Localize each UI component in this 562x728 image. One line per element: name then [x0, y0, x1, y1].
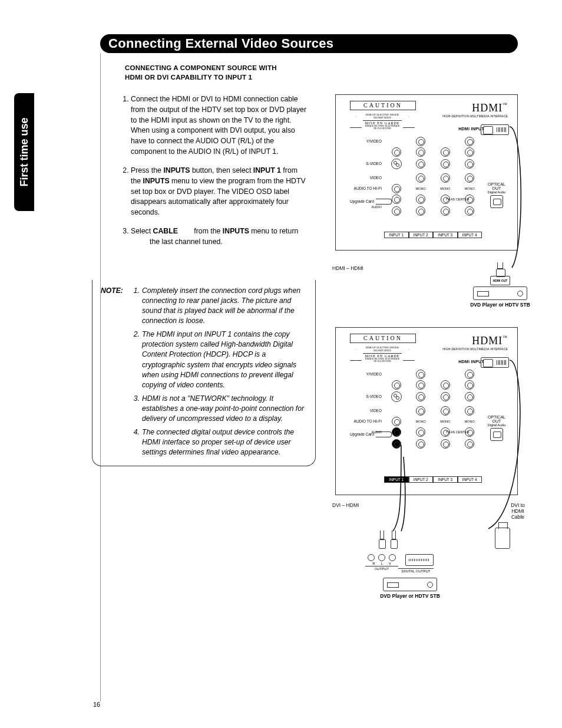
jack-icon: [392, 206, 401, 216]
jack-icon: [416, 137, 425, 146]
section-tab-label: First time use: [18, 117, 31, 186]
jack-icon: [416, 427, 425, 437]
step-text: Select: [131, 227, 153, 235]
input-column-labels: INPUT 1 INPUT 2 INPUT 3 INPUT 4: [384, 476, 482, 483]
mono-label: MONO: [409, 187, 434, 190]
step-text: from the: [192, 227, 223, 235]
exclaim-triangle-icon: [403, 116, 415, 128]
row-label: S-VIDEO: [366, 394, 384, 398]
jack-icon: [416, 406, 425, 416]
row-label: Y/VIDEO: [366, 139, 384, 143]
jack-icon: [416, 206, 425, 216]
warning-text: RISK OF ELECTRIC SHOCK DO NOT OPEN MISE …: [363, 347, 402, 363]
optical-out-sub: Digital Audio: [484, 190, 509, 194]
jack-icon: [465, 380, 474, 390]
warn-line: NE PAS OUVRIR: [363, 360, 402, 363]
optical-out-label: OPTICAL OUT: [484, 415, 509, 423]
note-text: HDMI is not a "NETWORK" technology. It e…: [142, 390, 307, 424]
jack-icon: [392, 427, 401, 437]
device-bottom: DVD Player or HDTV STB: [375, 578, 445, 599]
caution-label: CAUTION: [350, 334, 416, 343]
section-tab: First time use: [14, 93, 34, 211]
step-text: the last channel tuned.: [131, 237, 306, 248]
warning-row: RISK OF ELECTRIC SHOCK DO NOT OPEN MISE …: [350, 343, 415, 367]
jack-icon: [392, 195, 401, 204]
note-text: The HDMI input on INPUT 1 contains the c…: [142, 326, 307, 390]
step-text: Press the: [131, 166, 163, 174]
dvi-plug: [495, 528, 510, 549]
jack-icon: [465, 427, 474, 437]
row-label: AUDIO TO HI-FI: [354, 419, 384, 423]
jack-icon: [465, 195, 474, 204]
digital-output-label: DIGITAL OUTPUT: [398, 568, 434, 573]
input-col-label: INPUT 3: [433, 232, 458, 238]
sub-heading: CONNECTING A COMPONENT SOURCE WITH HDMI …: [125, 64, 277, 82]
input-col-label: INPUT 1: [384, 476, 409, 483]
jack-icon: [416, 370, 425, 379]
jack-icon: [441, 439, 450, 449]
jack-icon: [441, 173, 450, 183]
device-label: DVD Player or HDTV STB: [468, 302, 533, 308]
warning-text: RISK OF ELECTRIC SHOCK DO NOT OPEN MISE …: [363, 114, 402, 130]
mono-label: MONO: [433, 187, 458, 190]
jack-icon: [465, 370, 474, 379]
step-bold: INPUTS: [223, 227, 249, 235]
note-text: Completely insert the connection cord pl…: [142, 286, 307, 326]
jack-icon: [441, 159, 450, 169]
jack-icon: [465, 406, 474, 416]
rca-plug-row: [377, 531, 398, 547]
cable-label-text: DVI to HDMI Cable: [506, 502, 530, 521]
jack-icon: [416, 159, 425, 169]
step-bold: CABLE: [153, 227, 178, 235]
diagram-dvi-hdmi: CAUTION RISK OF ELECTRIC SHOCK DO NOT OP…: [335, 327, 518, 495]
warn-line: DO NOT OPEN: [363, 117, 402, 120]
hdmi-logo-sub: HIGH-DEFINITION MULTIMEDIA INTERFACE: [442, 347, 508, 351]
input-col-label: INPUT 4: [458, 476, 482, 483]
input-col-label: INPUT 4: [458, 232, 482, 238]
jack-icon: [441, 206, 450, 216]
step-bold: INPUT 1: [253, 166, 281, 174]
jack-icon: [465, 206, 474, 216]
note-label: NOTE:: [101, 286, 123, 295]
sub-heading-line: HDMI OR DVI CAPABILITY TO INPUT 1: [125, 73, 277, 83]
rca-plug-icon: [379, 531, 385, 547]
hdmi-logo: HDMI™: [472, 335, 508, 347]
input-col-label: INPUT 1: [384, 232, 409, 238]
hdmi-port-icon: [481, 357, 509, 368]
optical-port-icon: [490, 428, 503, 441]
jack-icon: [416, 439, 425, 449]
upgrade-card-label: Upgrade Card: [350, 432, 374, 436]
step-text: button, then select: [190, 166, 253, 174]
hdmi-logo-text: HDMI: [472, 102, 503, 114]
optical-port-icon: [490, 195, 503, 208]
optical-out-sub: Digital Audio: [484, 423, 509, 427]
row-label: AUDIO: [372, 430, 384, 434]
rca-jack-icon: [378, 554, 385, 561]
hdmi-plug-icon: [496, 262, 504, 275]
input-col-label: INPUT 2: [409, 232, 434, 238]
jack-icon: [392, 147, 401, 157]
jack-icon: [441, 380, 450, 390]
jack-icon: [392, 380, 401, 390]
jack-icon: [441, 392, 450, 401]
input-col-label: INPUT 3: [433, 476, 458, 483]
jack-icon: [465, 173, 474, 183]
jack-icon: [416, 173, 425, 183]
jack-grid: Y/VIDEO S-VIDEO VIDEO AU: [384, 136, 482, 239]
dvd-player-icon: [473, 286, 527, 300]
connection-type-label: DVI – HDMI: [332, 502, 359, 508]
jack-icon: [441, 427, 450, 437]
jack-icon: [392, 417, 401, 426]
jack-icon: [392, 184, 401, 193]
row-label: AUDIO TO HI-FI: [354, 186, 384, 190]
dvi-plug-icon: [495, 528, 510, 549]
optical-out-label: OPTICAL OUT: [484, 182, 509, 190]
mono-label: MONO: [409, 420, 434, 423]
input-col-label: INPUT 2: [409, 476, 434, 483]
jack-icon: [416, 380, 425, 390]
optical-out: OPTICAL OUT Digital Audio: [484, 415, 509, 441]
note-number: 2.: [131, 326, 140, 390]
jack-icon: [465, 439, 474, 449]
rca-jack-icon: [389, 554, 396, 561]
mono-label: MONO: [458, 420, 482, 423]
